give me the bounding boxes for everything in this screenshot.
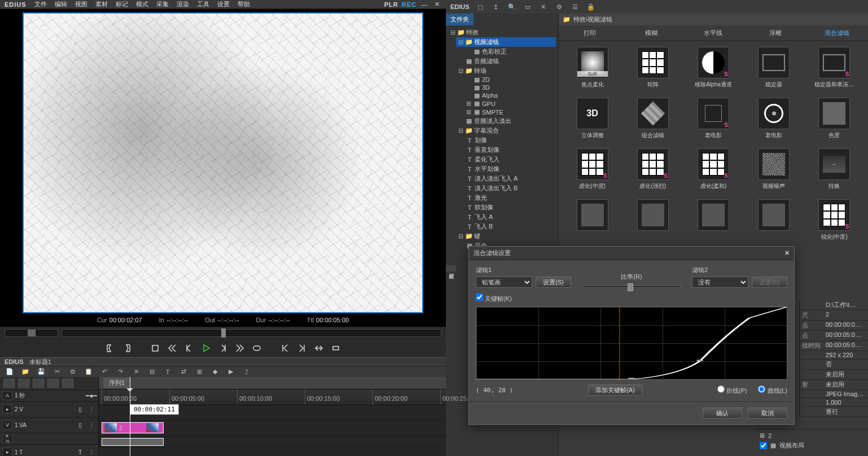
- effect-item[interactable]: S虚化(中度): [564, 148, 620, 190]
- timeline-canvas[interactable]: 序列1 00:00:00:00 00:00:05:00 00:00:10:00 …: [99, 377, 446, 457]
- mark-out-icon[interactable]: [121, 343, 133, 354]
- fx-cat-2[interactable]: 水平线: [682, 25, 744, 41]
- save-icon[interactable]: 💾: [36, 367, 46, 377]
- keyframe-checkbox[interactable]: 关键帧(K): [476, 295, 512, 302]
- tree-smpte[interactable]: ⊞▦SMPTE: [464, 108, 556, 116]
- menu-mode[interactable]: 模式: [136, 0, 148, 8]
- scrub-bar[interactable]: [62, 329, 441, 337]
- cut-icon[interactable]: ✂: [52, 367, 62, 377]
- filter1-settings-button[interactable]: 设置(S): [536, 277, 571, 288]
- track-v-patch[interactable]: ▸: [2, 405, 12, 414]
- track-expand-icon[interactable]: ⋮: [87, 448, 96, 456]
- prev-frame-icon[interactable]: [183, 343, 195, 354]
- rec-mode[interactable]: REC: [402, 1, 417, 8]
- keyframe-graph[interactable]: [476, 306, 787, 380]
- lock-icon[interactable]: 🔒: [586, 2, 596, 12]
- tree-tm8[interactable]: T软划像: [464, 203, 556, 212]
- shuttle-control[interactable]: [5, 329, 58, 337]
- effect-item[interactable]: ✱老电影: [746, 98, 802, 139]
- tree-alpha[interactable]: ▦Alpha: [464, 91, 556, 99]
- effect-item[interactable]: 3D立体调整: [564, 98, 620, 139]
- dialog-close-icon[interactable]: ✕: [784, 249, 790, 257]
- effect-item[interactable]: 组合滤镜: [625, 98, 681, 139]
- effect-item[interactable]: S锐化(中度): [806, 199, 862, 241]
- tc-cur[interactable]: 00:00:02:07: [109, 317, 142, 323]
- delete-icon[interactable]: ✕: [538, 2, 549, 12]
- preview-frame[interactable]: [23, 12, 423, 313]
- menu-tools[interactable]: 工具: [197, 0, 209, 8]
- tree-transition[interactable]: ⊟📁转场: [456, 66, 556, 76]
- tree-tm9[interactable]: T飞入 A: [464, 212, 556, 222]
- stop-icon[interactable]: [149, 343, 161, 354]
- close-icon[interactable]: ✕: [432, 1, 441, 8]
- paste-icon[interactable]: 📋: [84, 367, 94, 377]
- render-icon[interactable]: ▶: [226, 367, 236, 377]
- effect-item[interactable]: [564, 199, 620, 241]
- menu-file[interactable]: 文件: [34, 0, 47, 8]
- effect-item[interactable]: [685, 199, 741, 241]
- audio-clip[interactable]: [102, 438, 164, 446]
- overwrite-icon[interactable]: [330, 343, 342, 354]
- edit-mode-4[interactable]: [47, 379, 59, 388]
- polyline-radio[interactable]: 折线(P): [717, 385, 747, 395]
- curve-radio[interactable]: 曲线(L): [758, 385, 787, 395]
- edit-mode-5[interactable]: [62, 379, 73, 388]
- undo-icon[interactable]: ↶: [99, 367, 109, 377]
- add-keyframe-button[interactable]: 添加关键帧(A): [588, 384, 642, 396]
- time-ruler[interactable]: 00:00:00:00 00:00:05:00 00:00:10:00 00:0…: [99, 389, 446, 405]
- tree-2d[interactable]: ▦2D: [464, 76, 556, 84]
- delete-icon[interactable]: ✕: [131, 367, 141, 377]
- track-expand-icon[interactable]: ⋮: [87, 421, 96, 429]
- tc-in[interactable]: --:--:--:--: [166, 317, 188, 323]
- effect-item[interactable]: S稳定器和果冻…: [806, 47, 862, 89]
- zoom-scale[interactable]: 1 秒: [15, 392, 85, 400]
- tree-root[interactable]: ⊟📁特效: [448, 28, 556, 37]
- menu-render[interactable]: 渲染: [177, 0, 189, 8]
- layout-checkbox[interactable]: [760, 442, 767, 449]
- next-frame-icon[interactable]: [217, 343, 229, 354]
- redo-icon[interactable]: ↷: [115, 367, 125, 377]
- track-toggle-a[interactable]: A: [2, 391, 12, 400]
- edit-mode-3[interactable]: [33, 379, 44, 388]
- props-icon[interactable]: ⚙: [554, 2, 564, 12]
- prev-edit-icon[interactable]: [279, 343, 291, 354]
- folder-tab[interactable]: 文件夹: [446, 14, 474, 25]
- menu-capture[interactable]: 采集: [156, 0, 169, 8]
- tree-gpu[interactable]: ⊞▦GPU: [464, 99, 556, 108]
- fx-cat-0[interactable]: 打印: [559, 25, 621, 41]
- title-icon[interactable]: T: [163, 367, 173, 377]
- tree-tm2[interactable]: T垂直划像: [464, 145, 556, 155]
- tree-audio-fade[interactable]: ▦音频淡入淡出: [456, 116, 556, 126]
- tc-ttl[interactable]: 00:00:05:00: [316, 317, 349, 323]
- effect-item[interactable]: 视频噪声: [746, 148, 802, 190]
- ratio-slider[interactable]: [582, 286, 681, 288]
- effect-item[interactable]: S虚化(强烈): [625, 148, 681, 190]
- plr-mode[interactable]: PLR: [384, 1, 398, 8]
- effect-item[interactable]: S虚化(柔和): [685, 148, 741, 190]
- tree-video-filter[interactable]: ⊟📁视频滤镜: [456, 37, 556, 47]
- fx-cat-4[interactable]: 混合滤镜: [806, 25, 868, 41]
- track-va-patch[interactable]: V: [2, 420, 12, 429]
- fx-cat-3[interactable]: 浮雕: [744, 25, 806, 41]
- edit-mode-1[interactable]: [3, 379, 15, 388]
- new-icon[interactable]: 📄: [5, 367, 15, 377]
- zoom-slider-icon[interactable]: ━●━: [87, 392, 96, 400]
- tree-key[interactable]: ⊟📁键: [456, 231, 556, 241]
- tree-color-correct[interactable]: ▦色彩校正: [464, 47, 556, 56]
- menu-edit[interactable]: 编辑: [55, 0, 67, 8]
- rewind-icon[interactable]: [166, 343, 178, 354]
- effect-item[interactable]: S老电影: [685, 98, 741, 139]
- track-sub-lane[interactable]: [99, 437, 446, 448]
- tree-tm4[interactable]: T水平划像: [464, 164, 556, 174]
- tc-dur[interactable]: --:--:--:--: [268, 317, 290, 323]
- up-icon[interactable]: ↥: [491, 2, 501, 12]
- menu-help[interactable]: 帮助: [238, 0, 250, 8]
- effect-item[interactable]: [625, 199, 681, 241]
- open-icon[interactable]: 📁: [20, 367, 30, 377]
- layout-icon[interactable]: ⊞: [760, 432, 765, 439]
- fast-forward-icon[interactable]: [234, 343, 246, 354]
- track-t-patch[interactable]: ▸: [2, 448, 12, 456]
- filter1-select[interactable]: 铅笔画: [476, 277, 532, 288]
- loop-icon[interactable]: [251, 343, 263, 354]
- tree-tm1[interactable]: T划像: [464, 135, 556, 145]
